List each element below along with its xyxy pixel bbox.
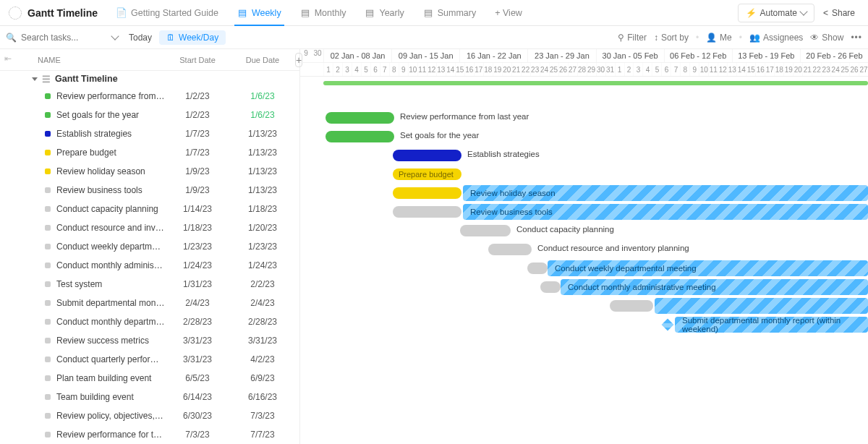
filter-button[interactable]: ⚲Filter (618, 33, 647, 43)
table-row[interactable]: Conduct weekly departmental me...1/23/23… (0, 237, 299, 256)
gantt-bar[interactable] (393, 206, 461, 218)
timeline-day: 8 (680, 63, 689, 76)
table-row[interactable]: Submit departmental monthly re...2/4/232… (0, 294, 299, 312)
col-start[interactable]: Start Date (165, 56, 230, 64)
timeline-week: 06 Feb - 12 Feb (664, 49, 732, 62)
table-row[interactable]: Prepare budget1/7/231/13/23 (0, 143, 299, 162)
status-bullet (45, 300, 51, 306)
show-button[interactable]: 👁Show (810, 33, 843, 43)
gantt-panel[interactable]: 930 02 Jan - 08 Jan09 Jan - 15 Jan16 Jan… (300, 49, 868, 444)
timeline-day: 13 (727, 63, 736, 76)
task-name: Review business tools (56, 185, 165, 195)
task-start: 1/9/23 (165, 185, 230, 195)
table-row[interactable]: Test system1/31/232/2/23 (0, 275, 299, 294)
status-bullet (45, 168, 51, 174)
task-start: 1/24/23 (165, 260, 230, 270)
gantt-stripe[interactable]: Conduct weekly departmental meeting (548, 260, 868, 276)
task-start: 1/7/23 (165, 129, 230, 139)
col-due[interactable]: Due Date (230, 56, 295, 64)
range-toggle[interactable]: 🗓 Week/Day (159, 30, 226, 45)
gantt-bar[interactable] (488, 244, 532, 255)
add-view-button[interactable]: + View (486, 0, 531, 26)
task-due: 1/6/23 (230, 91, 295, 101)
gantt-bar[interactable] (393, 150, 461, 161)
automate-label: Automate (760, 8, 797, 18)
me-button[interactable]: 👤Me (706, 33, 732, 43)
gantt-stripe[interactable]: Submit departmental monthly report (with… (675, 317, 868, 333)
task-due: 7/3/23 (230, 411, 295, 421)
table-row[interactable]: Conduct monthly departmental m...2/28/23… (0, 312, 299, 331)
task-name: Conduct resource and inventory pl... (56, 223, 165, 233)
tab-getting-started[interactable]: 📄 Getting Started Guide (108, 0, 227, 26)
gantt-bar[interactable] (326, 131, 394, 142)
summary-bar (300, 80, 868, 87)
table-row[interactable]: Conduct resource and inventory pl...1/18… (0, 218, 299, 237)
gantt-bar-label: Conduct resource and inventory planning (537, 244, 689, 252)
doc-icon: 📄 (116, 8, 127, 18)
table-row[interactable]: Review performance from last year1/2/231… (0, 87, 299, 106)
gantt-bar[interactable]: Prepare budget (393, 168, 461, 180)
caret-down-icon (32, 77, 38, 81)
timeline-day: 14 (446, 63, 455, 76)
status-bullet (45, 244, 51, 249)
automate-button[interactable]: ⚡ Automate (738, 4, 814, 22)
chevron-down-icon (799, 7, 807, 15)
table-row[interactable]: Review holiday season1/9/231/13/23 (0, 162, 299, 181)
search-input[interactable] (21, 33, 108, 43)
gantt-stripe[interactable]: Review business tools (463, 204, 868, 220)
task-due: 1/24/23 (230, 260, 295, 270)
tab-summary[interactable]: ▤ Summary (414, 0, 485, 26)
tab-label: Summary (438, 8, 476, 18)
table-row[interactable]: Conduct quarterly performance m...3/31/2… (0, 350, 299, 369)
status-bullet (45, 112, 51, 118)
gantt-row: Set goals for the year (300, 127, 868, 146)
tab-label: Monthly (315, 8, 346, 18)
lead-day: 9 (300, 49, 312, 62)
status-bullet (45, 187, 51, 193)
gantt-row: Review business tools (300, 202, 868, 221)
gantt-bar[interactable] (610, 300, 653, 312)
collapse-sidebar-icon[interactable]: ⇤ (4, 54, 12, 64)
today-button[interactable]: Today (129, 33, 152, 43)
gantt-bar[interactable] (460, 225, 511, 236)
gantt-bar[interactable] (393, 187, 461, 199)
table-row[interactable]: Conduct capacity planning1/14/231/18/23 (0, 200, 299, 218)
task-start: 3/31/23 (165, 336, 230, 346)
status-bullet (45, 262, 51, 268)
table-row[interactable]: Review success metrics3/31/233/31/23 (0, 331, 299, 350)
add-view-label: + View (495, 8, 522, 18)
gantt-stripe[interactable]: Conduct monthly administrative meeting (561, 279, 868, 295)
gantt-bar[interactable] (540, 281, 561, 293)
more-button[interactable]: ••• (851, 33, 862, 43)
table-row[interactable]: Review business tools1/9/231/13/23 (0, 181, 299, 200)
chevron-down-icon[interactable] (111, 32, 119, 40)
table-row[interactable]: Review policy, objectives, and busi...6/… (0, 406, 299, 425)
table-header: NAME Start Date Due Date + (0, 49, 299, 71)
gantt-row (300, 409, 868, 428)
share-button[interactable]: < Share (816, 4, 862, 22)
gantt-bar-label: Review performance from last year (400, 112, 529, 121)
col-name[interactable]: NAME (0, 56, 165, 64)
timeline-day: 20 (793, 63, 802, 76)
gantt-stripe[interactable]: Review holiday season (463, 185, 868, 201)
table-row[interactable]: Establish strategies1/7/231/13/23 (0, 124, 299, 143)
milestone-diamond[interactable] (662, 319, 674, 331)
timeline-day: 25 (549, 63, 558, 76)
table-row[interactable]: Conduct monthly administrative m...1/24/… (0, 256, 299, 275)
gantt-bar[interactable] (527, 262, 548, 274)
table-row[interactable]: Team building event6/14/236/16/23 (0, 388, 299, 406)
table-row[interactable]: Set goals for the year1/2/231/6/23 (0, 106, 299, 124)
task-start: 1/31/23 (165, 279, 230, 289)
table-row[interactable]: Review performance for the last 6 ...7/3… (0, 425, 299, 444)
gantt-bar[interactable] (326, 112, 394, 124)
gantt-stripe[interactable] (655, 298, 868, 314)
tab-monthly[interactable]: ▤ Monthly (292, 0, 355, 26)
task-start: 1/23/23 (165, 242, 230, 252)
table-row[interactable]: Plan team building event6/5/236/9/23 (0, 369, 299, 388)
tab-weekly[interactable]: ▤ Weekly (229, 0, 290, 26)
sortby-button[interactable]: ↕Sort by (654, 33, 689, 43)
tab-yearly[interactable]: ▤ Yearly (356, 0, 412, 26)
group-header[interactable]: ☰ Gantt Timeline (0, 71, 299, 87)
task-name: Review performance from last year (56, 91, 165, 101)
assignees-button[interactable]: 👥Assignees (749, 33, 803, 43)
